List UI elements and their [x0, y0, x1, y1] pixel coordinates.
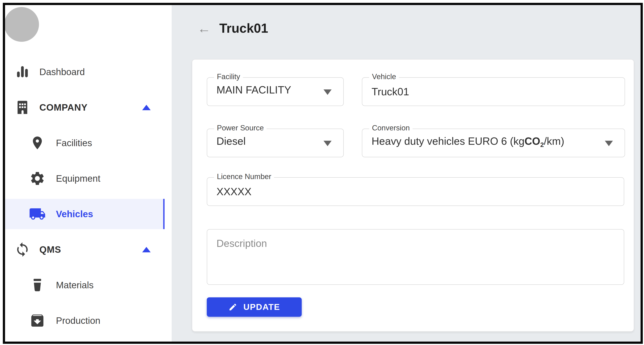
- triangle-up-icon[interactable]: [142, 105, 151, 110]
- sidebar: Dashboard COMPANY Facilities Equipm: [5, 5, 172, 342]
- page-title: Truck01: [219, 21, 268, 35]
- sidebar-item-qms[interactable]: QMS: [5, 234, 172, 265]
- sidebar-item-materials[interactable]: Materials: [5, 270, 172, 300]
- sidebar-item-company[interactable]: COMPANY: [5, 92, 172, 122]
- building-icon: [14, 100, 31, 115]
- truck-icon: [29, 204, 46, 224]
- sidebar-item-label: Dashboard: [40, 66, 85, 77]
- power-source-label: Power Source: [214, 124, 266, 132]
- avatar[interactable]: [4, 7, 39, 42]
- vehicle-field: Vehicle: [362, 77, 625, 106]
- sidebar-item-dashboard[interactable]: Dashboard: [5, 57, 172, 87]
- sidebar-item-label: Vehicles: [56, 208, 93, 220]
- sidebar-nav: Dashboard COMPANY Facilities Equipm: [5, 57, 172, 336]
- bar-chart-icon: [14, 64, 31, 80]
- licence-number-input[interactable]: [216, 178, 617, 211]
- app-window: Dashboard COMPANY Facilities Equipm: [3, 3, 643, 344]
- update-button-label: UPDATE: [243, 302, 280, 312]
- triangle-up-icon[interactable]: [142, 247, 151, 252]
- sidebar-item-label: QMS: [40, 244, 61, 255]
- cup-icon: [29, 278, 46, 292]
- recycle-icon: [14, 242, 31, 258]
- sidebar-item-label: COMPANY: [40, 102, 88, 113]
- facility-label: Facility: [214, 72, 243, 81]
- chevron-down-icon: [605, 141, 613, 146]
- licence-number-field: Licence Number: [207, 177, 624, 206]
- location-pin-icon: [29, 135, 46, 150]
- sidebar-item-label: Production: [56, 315, 100, 326]
- chevron-down-icon: [324, 141, 332, 146]
- page-header: ← Truck01: [198, 21, 640, 35]
- update-button[interactable]: UPDATE: [207, 297, 302, 317]
- sidebar-item-facilities[interactable]: Facilities: [5, 128, 172, 158]
- sidebar-item-label: Materials: [56, 280, 94, 290]
- sidebar-item-production[interactable]: Production: [5, 306, 172, 336]
- power-source-select[interactable]: Power Source Diesel: [207, 128, 344, 157]
- vehicle-input[interactable]: [372, 78, 618, 111]
- chevron-down-icon: [324, 90, 332, 95]
- gear-icon: [29, 170, 46, 186]
- sidebar-item-label: Equipment: [56, 173, 100, 184]
- main-content: ← Truck01 Facility MAIN FACILITY Vehicle…: [172, 5, 640, 342]
- conversion-select[interactable]: Conversion Heavy duty vehicles EURO 6 (k…: [362, 128, 625, 157]
- sidebar-item-vehicles[interactable]: Vehicles: [5, 199, 164, 229]
- sidebar-item-equipment[interactable]: Equipment: [5, 163, 172, 194]
- back-arrow-icon[interactable]: ←: [198, 21, 211, 35]
- vehicle-form-card: Facility MAIN FACILITY Vehicle Power Sou…: [192, 59, 634, 332]
- conversion-label: Conversion: [369, 124, 412, 132]
- description-textarea[interactable]: [207, 229, 624, 285]
- facility-select[interactable]: Facility MAIN FACILITY: [207, 77, 344, 106]
- archive-icon: [29, 312, 46, 329]
- pencil-icon: [228, 302, 237, 312]
- sidebar-item-label: Facilities: [56, 138, 92, 148]
